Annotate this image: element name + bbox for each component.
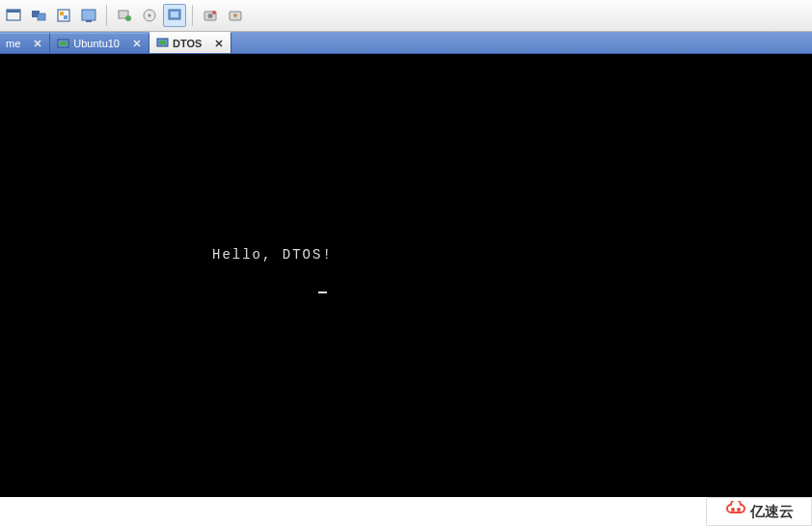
power-icon bbox=[117, 8, 132, 23]
revert-icon bbox=[228, 8, 243, 23]
svg-rect-22 bbox=[159, 41, 166, 44]
toolbar-fullscreen-button[interactable] bbox=[2, 4, 25, 27]
console-viewport: Hello, DTOS! bbox=[0, 54, 812, 526]
tab-bar: me Ubuntu10 DTOS bbox=[0, 32, 812, 54]
svg-point-16 bbox=[208, 14, 213, 18]
console-output-text: Hello, DTOS! bbox=[212, 247, 333, 263]
vm-console[interactable]: Hello, DTOS! bbox=[0, 54, 812, 497]
tab-close-button[interactable] bbox=[213, 38, 225, 49]
toolbar-separator-2 bbox=[192, 5, 193, 26]
tab-close-button[interactable] bbox=[131, 38, 143, 49]
tab-bar-filler bbox=[231, 33, 812, 53]
svg-rect-14 bbox=[171, 12, 178, 17]
svg-point-17 bbox=[212, 11, 216, 14]
toolbar-network-button[interactable] bbox=[163, 4, 186, 27]
tab-home[interactable]: me bbox=[0, 33, 50, 53]
svg-point-10 bbox=[125, 15, 131, 21]
svg-rect-20 bbox=[60, 42, 67, 45]
svg-rect-6 bbox=[64, 15, 68, 19]
vm-icon bbox=[56, 37, 69, 50]
toolbar-power-button[interactable] bbox=[113, 4, 136, 27]
tab-close-button[interactable] bbox=[32, 38, 43, 49]
toolbar-snapshot-button[interactable] bbox=[199, 4, 222, 27]
close-icon bbox=[133, 40, 141, 47]
tab-label: me bbox=[6, 38, 20, 49]
close-icon bbox=[215, 40, 223, 47]
network-icon bbox=[167, 8, 182, 23]
svg-rect-8 bbox=[86, 20, 92, 22]
fullscreen-icon bbox=[6, 8, 21, 23]
tab-dtos[interactable]: DTOS bbox=[149, 32, 231, 53]
toolbar-cdrom-button[interactable] bbox=[138, 4, 161, 27]
watermark-text: 亿速云 bbox=[750, 503, 794, 521]
vm-icon bbox=[155, 37, 169, 50]
toolbar-unity-button[interactable] bbox=[52, 4, 75, 27]
tab-label: DTOS bbox=[173, 38, 202, 49]
svg-rect-1 bbox=[7, 10, 20, 13]
svg-point-23 bbox=[731, 508, 735, 512]
snapshot-icon bbox=[203, 8, 218, 23]
unity-icon bbox=[56, 8, 71, 23]
svg-point-24 bbox=[737, 508, 741, 512]
watermark-badge: 亿速云 bbox=[706, 497, 812, 526]
svg-point-12 bbox=[149, 14, 151, 17]
console-icon bbox=[81, 8, 96, 23]
toolbar-separator bbox=[106, 5, 107, 26]
tab-ubuntu[interactable]: Ubuntu10 bbox=[50, 33, 149, 53]
multi-monitor-icon bbox=[31, 8, 46, 23]
toolbar-console-button[interactable] bbox=[77, 4, 100, 27]
close-icon bbox=[34, 40, 41, 47]
cdrom-icon bbox=[142, 8, 157, 23]
tab-label: Ubuntu10 bbox=[73, 38, 120, 49]
toolbar-revert-button[interactable] bbox=[224, 4, 247, 27]
toolbar-multimonitor-button[interactable] bbox=[27, 4, 50, 27]
svg-rect-3 bbox=[38, 14, 45, 20]
console-cursor bbox=[318, 291, 327, 293]
svg-rect-7 bbox=[82, 10, 95, 20]
cloud-icon bbox=[725, 501, 746, 523]
svg-rect-5 bbox=[60, 12, 64, 15]
toolbar bbox=[0, 0, 812, 32]
